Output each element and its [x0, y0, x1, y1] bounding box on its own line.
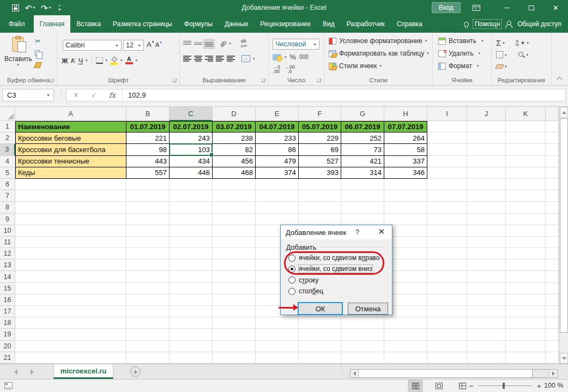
accounting-format-icon[interactable] [273, 54, 281, 61]
cell-I3[interactable] [427, 144, 467, 155]
cell-A16[interactable] [15, 294, 126, 306]
cell-H1[interactable]: 07.07.2019 [384, 121, 427, 132]
cell-G4[interactable]: 421 [341, 156, 384, 167]
cell-C19[interactable] [170, 329, 213, 340]
formula-value[interactable]: 102,9 [128, 91, 146, 99]
cell-x9[interactable] [546, 214, 559, 225]
cell-D12[interactable] [213, 248, 256, 260]
row-header-10[interactable]: 10 [0, 225, 15, 237]
row-header-19[interactable]: 19 [0, 329, 15, 340]
cell-E19[interactable] [256, 329, 299, 340]
fill-color-icon[interactable] [110, 57, 118, 65]
cell-D20[interactable] [213, 341, 256, 352]
cell-B8[interactable] [126, 202, 170, 213]
cell-C16[interactable] [170, 294, 213, 306]
cell-x7[interactable] [546, 190, 559, 202]
fill-icon[interactable]: ↓ [496, 51, 503, 58]
autosum-icon[interactable]: Σ [496, 38, 501, 47]
cell-A4[interactable]: Кроссовки теннисные [15, 156, 126, 167]
cell-C17[interactable] [170, 306, 213, 317]
cell-x17[interactable] [546, 306, 559, 317]
cell-x13[interactable] [546, 260, 559, 271]
format-button[interactable]: Формат▾ [438, 62, 479, 70]
cell-G20[interactable] [341, 341, 384, 352]
radio-icon[interactable] [288, 288, 295, 295]
cell-x18[interactable] [546, 317, 559, 329]
cell-x1[interactable] [546, 121, 559, 132]
zoom-in-button[interactable]: + [537, 382, 541, 390]
cell-C10[interactable] [170, 225, 213, 237]
cell-D13[interactable] [213, 260, 256, 271]
row-header-7[interactable]: 7 [0, 190, 15, 202]
tab-Данные[interactable]: Данные [219, 15, 254, 33]
cell-D7[interactable] [213, 190, 256, 202]
vertical-scroll-track[interactable] [560, 333, 568, 352]
cell-A14[interactable] [15, 271, 126, 282]
cell-J5[interactable] [467, 167, 506, 179]
cell-B5[interactable]: 557 [126, 167, 170, 179]
cell-H7[interactable] [384, 190, 427, 202]
cell-A3[interactable]: Кроссовки для баскетбола [15, 144, 126, 155]
row-header-12[interactable]: 12 [0, 248, 15, 260]
cell-E9[interactable] [256, 214, 299, 225]
cell-E7[interactable] [256, 190, 299, 202]
copy-button[interactable]: ▾ [35, 50, 43, 57]
vertical-scroll-thumb[interactable] [560, 118, 568, 333]
cell-B2[interactable]: 221 [126, 132, 170, 144]
cell-styles-button[interactable]: Стили ячеек▾ [329, 62, 382, 70]
cell-I19[interactable] [427, 329, 467, 340]
tab-Разметка страницы[interactable]: Разметка страницы [107, 15, 178, 33]
cell-K13[interactable] [506, 260, 546, 271]
cell-D9[interactable] [213, 214, 256, 225]
undo-button[interactable]: ↶▾ [25, 4, 35, 12]
cell-G1[interactable]: 06.07.2019 [341, 121, 384, 132]
cell-D1[interactable]: 03.07.2019 [213, 121, 256, 132]
column-header-J[interactable]: J [467, 107, 506, 121]
cell-H6[interactable] [384, 179, 427, 190]
row-header-6[interactable]: 6 [0, 179, 15, 190]
cell-A15[interactable] [15, 283, 126, 294]
zoom-percentage[interactable]: 100 % [544, 382, 563, 389]
cell-G9[interactable] [341, 214, 384, 225]
increase-indent-icon[interactable] [227, 55, 235, 62]
cell-C6[interactable] [170, 179, 213, 190]
decrease-decimal-icon[interactable]: →00,0 [285, 65, 295, 74]
enter-icon[interactable]: ✓ [86, 91, 102, 99]
cancel-icon[interactable]: ✕ [67, 91, 86, 99]
cell-B20[interactable] [126, 341, 170, 352]
cell-B13[interactable] [126, 260, 170, 271]
cell-B10[interactable] [126, 225, 170, 237]
row-header-13[interactable]: 13 [0, 260, 15, 271]
cell-F2[interactable]: 229 [299, 132, 341, 144]
cell-D2[interactable]: 238 [213, 132, 256, 144]
cell-J8[interactable] [467, 202, 506, 213]
cell-I5[interactable] [427, 167, 467, 179]
cell-J10[interactable] [467, 225, 506, 237]
cell-J9[interactable] [467, 214, 506, 225]
horizontal-scrollbar[interactable] [350, 369, 558, 378]
cell-E1[interactable]: 04.07.2019 [256, 121, 299, 132]
cell-x5[interactable] [546, 167, 559, 179]
tab-Разработчик[interactable]: Разработчик [341, 15, 391, 33]
close-button[interactable]: ✕ [543, 0, 568, 15]
cell-K21[interactable] [506, 352, 546, 364]
cell-H3[interactable]: 58 [384, 144, 427, 155]
cell-A2[interactable]: Кроссовки беговые [15, 132, 126, 144]
cell-K4[interactable] [506, 156, 546, 167]
wrap-text-icon[interactable]: abc↵ [241, 39, 247, 49]
tab-Формулы[interactable]: Формулы [178, 15, 219, 33]
cell-A8[interactable] [15, 202, 126, 213]
cell-A13[interactable] [15, 260, 126, 271]
percent-style-button[interactable]: % [290, 53, 297, 61]
decrease-font-icon[interactable]: A▼ [155, 41, 159, 48]
cell-H20[interactable] [384, 341, 427, 352]
radio-option-3[interactable]: строку [288, 275, 379, 286]
cell-J6[interactable] [467, 179, 506, 190]
radio-icon[interactable] [288, 266, 295, 273]
cell-K8[interactable] [506, 202, 546, 213]
row-header-11[interactable]: 11 [0, 237, 15, 248]
cell-F20[interactable] [299, 341, 341, 352]
column-header-E[interactable]: E [256, 107, 299, 121]
insert-function-icon[interactable]: fx [102, 91, 122, 99]
cell-x2[interactable] [546, 132, 559, 144]
